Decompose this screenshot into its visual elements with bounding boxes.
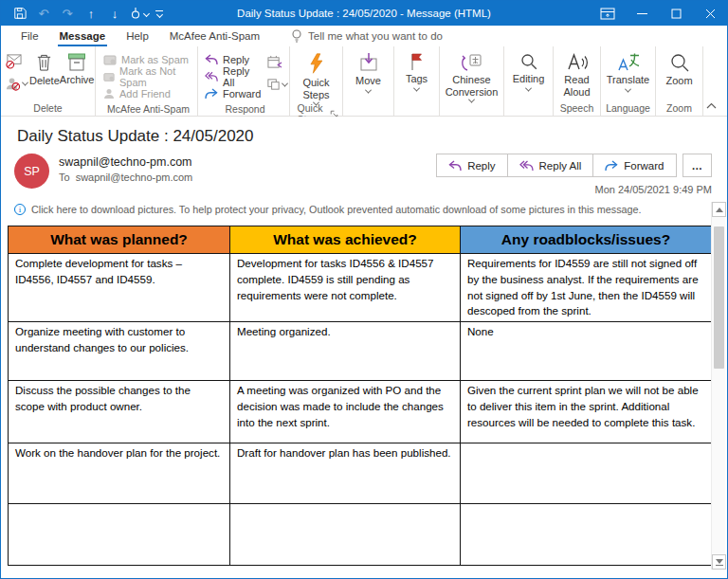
ribbon-group-mcafee: Mark as Spam Mark as Not Spam Add Friend… <box>96 46 198 116</box>
delete-button[interactable]: Delete <box>29 49 60 87</box>
table-cell <box>9 504 230 566</box>
tab-message[interactable]: Message <box>49 26 117 46</box>
add-friend-icon <box>103 88 115 100</box>
translate-icon <box>616 52 641 72</box>
next-item-icon[interactable]: ↓ <box>103 2 126 25</box>
save-icon[interactable] <box>9 2 31 25</box>
archive-label: Archive <box>60 74 95 86</box>
header-planned: What was planned? <box>9 226 230 254</box>
table-cell: Complete development for tasks – ID4556,… <box>9 254 230 322</box>
read-aloud-button[interactable]: Read Aloud <box>557 49 596 98</box>
translate-label: Translate <box>607 74 649 86</box>
table-cell: A meeting was organized with PO and the … <box>230 381 461 443</box>
add-friend-label: Add Friend <box>119 88 171 100</box>
editing-label: Editing <box>513 73 545 85</box>
junk-button[interactable] <box>5 74 27 93</box>
table-cell: Development for tasks ID4556 & ID4557 co… <box>230 254 461 322</box>
sender-avatar[interactable]: SP <box>14 154 49 189</box>
status-table: What was planned? What was achieved? Any… <box>8 226 712 566</box>
mark-as-not-spam-button[interactable]: Mark as Not Spam <box>103 68 193 85</box>
group-label-speech: Speech <box>557 100 596 116</box>
archive-icon <box>66 52 87 72</box>
table-cell: Discuss the possible changes to the scop… <box>9 381 230 443</box>
move-label: Move <box>355 75 381 87</box>
im-button[interactable] <box>266 75 287 94</box>
customize-quick-access-icon[interactable] <box>151 2 168 25</box>
table-row: Organize meeting with customer to unders… <box>9 322 712 381</box>
read-aloud-label: Read Aloud <box>557 74 596 98</box>
reply-all-action-button[interactable]: Reply All <box>507 154 594 177</box>
flag-icon <box>409 52 425 71</box>
chevron-down-icon <box>413 84 420 91</box>
group-label-mcafee: McAfee Anti-Spam <box>103 102 193 116</box>
scrollbar-thumb[interactable] <box>714 226 724 369</box>
ribbon-group-zoom: Zoom Zoom <box>656 46 703 116</box>
vertical-scrollbar[interactable] <box>711 202 725 570</box>
tab-file[interactable]: File <box>10 26 49 46</box>
table-cell <box>461 504 712 566</box>
header-achieved: What was achieved? <box>230 226 461 254</box>
zoom-button[interactable]: Zoom <box>660 49 699 87</box>
minimize-icon[interactable] <box>625 1 659 26</box>
add-friend-button[interactable]: Add Friend <box>103 85 171 102</box>
meeting-button[interactable] <box>266 52 287 71</box>
tab-help[interactable]: Help <box>116 26 159 46</box>
chevron-down-icon <box>625 85 631 92</box>
mark-spam-label: Mark as Spam <box>121 54 189 65</box>
download-pictures-infobar[interactable]: Click here to download pictures. To help… <box>14 204 727 215</box>
undo-icon[interactable]: ↶ <box>32 2 55 25</box>
reply-label: Reply <box>223 54 249 65</box>
group-label-zoom: Zoom <box>660 100 699 116</box>
forward-action-button[interactable]: Forward <box>592 154 676 177</box>
reply-action-button[interactable]: Reply <box>436 154 507 177</box>
recipient-email[interactable]: swapnil@techno-pm.com <box>76 172 193 183</box>
forward-button[interactable]: Forward <box>205 85 261 102</box>
tell-me-box[interactable]: Tell me what you want to do <box>291 26 443 46</box>
editing-button[interactable]: Editing <box>508 49 549 92</box>
archive-button[interactable]: Archive <box>60 49 95 86</box>
tab-mcafee-anti-spam[interactable]: McAfee Anti-Spam <box>159 26 270 46</box>
ribbon-group-language: Translate Language <box>601 46 656 116</box>
read-aloud-icon <box>566 52 589 72</box>
outlook-message-window: ↶ ↷ ↑ ↓ Daily Status Update : 24/05/2020… <box>0 0 728 579</box>
collapse-ribbon-icon[interactable] <box>702 99 719 112</box>
table-row: Discuss the possible changes to the scop… <box>9 381 712 443</box>
table-cell: Given the current sprint plan we will no… <box>461 381 712 443</box>
table-cell: Organize meeting with customer to unders… <box>9 322 230 381</box>
ribbon: Delete Archive Delete Mark as Spam Mark … <box>1 46 727 117</box>
scroll-up-icon[interactable] <box>712 202 726 217</box>
junk-person-icon <box>5 77 21 91</box>
chinese-conversion-button[interactable]: Chinese Conversion <box>444 49 500 103</box>
lightning-icon <box>308 52 324 75</box>
ribbon-group-delete: Delete Archive Delete <box>1 46 96 116</box>
reply-all-button[interactable]: Reply All <box>205 68 261 85</box>
sender-email[interactable]: swapnil@techno-pm.com <box>59 155 192 169</box>
reply-icon <box>448 160 462 172</box>
table-row <box>9 504 712 566</box>
info-icon <box>14 204 26 215</box>
more-actions-button[interactable]: … <box>682 154 713 177</box>
ribbon-group-move: Move <box>343 46 394 116</box>
quick-steps-button[interactable]: Quick Steps <box>295 49 338 106</box>
tags-button[interactable]: Tags <box>398 49 435 92</box>
close-icon[interactable] <box>693 1 727 26</box>
redo-icon[interactable]: ↷ <box>56 2 79 25</box>
magnifier-icon <box>519 52 538 71</box>
translate-button[interactable]: Translate <box>605 49 651 93</box>
scroll-down-icon[interactable] <box>712 554 726 570</box>
ribbon-display-options-icon[interactable] <box>591 1 625 26</box>
table-row: Work on the handover plan for the projec… <box>9 443 712 504</box>
previous-item-icon[interactable]: ↑ <box>80 2 102 25</box>
group-label-respond: Respond <box>205 102 285 116</box>
group-label-language: Language <box>605 100 651 116</box>
touch-mouse-mode-icon[interactable] <box>127 2 150 25</box>
maximize-icon[interactable] <box>659 1 693 26</box>
reply-icon <box>205 54 218 65</box>
table-cell: Requirements for ID4559 are still not si… <box>461 254 712 322</box>
ignore-button[interactable] <box>5 51 27 70</box>
forward-label: Forward <box>223 88 261 100</box>
ribbon-group-editing: Editing <box>504 46 554 116</box>
move-button[interactable]: Move <box>347 49 390 94</box>
message-pane: Daily Status Update : 24/05/2020 SP swap… <box>1 117 727 578</box>
message-header: SP swapnil@techno-pm.com Toswapnil@techn… <box>14 154 712 195</box>
